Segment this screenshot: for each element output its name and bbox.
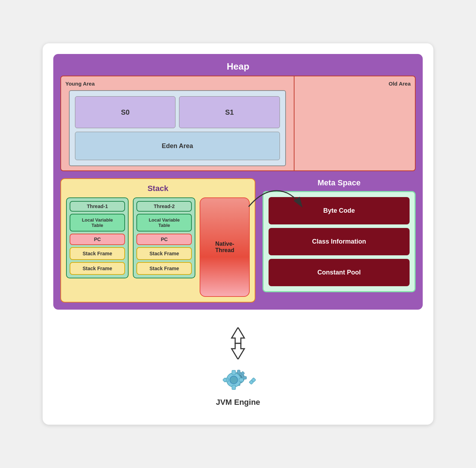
native-thread-box: Native-Thread (200, 197, 250, 297)
meta-space-title: Meta Space (263, 178, 416, 187)
meta-inner: Byte Code Class Information Constant Poo… (263, 191, 416, 292)
class-info-box: Class Information (269, 228, 410, 255)
stack-title: Stack (66, 184, 250, 193)
eden-box: Eden Area (75, 132, 280, 160)
young-inner: S0 S1 Eden Area (69, 90, 286, 166)
updown-arrow-svg (224, 327, 252, 359)
thread1-pc: PC (70, 234, 125, 245)
thread1-label: Thread-1 (70, 201, 125, 212)
young-area: Young Area S0 S1 Eden Area (61, 76, 294, 170)
outer-container: Heap Young Area S0 S1 Eden Area Old Area (43, 43, 433, 425)
constant-pool-box: Constant Pool (269, 259, 410, 286)
byte-code-box: Byte Code (269, 197, 410, 224)
svg-rect-5 (237, 370, 240, 374)
meta-space-section: Meta Space Byte Code Class Information C… (263, 178, 416, 292)
gear-icon-svg (220, 363, 256, 395)
native-thread-col: Native-Thread (200, 197, 250, 297)
svg-marker-2 (232, 343, 244, 359)
svg-marker-1 (232, 327, 244, 343)
thread2-frame1: Stack Frame (136, 247, 192, 260)
heap-title: Heap (60, 61, 416, 72)
young-area-label: Young Area (65, 81, 290, 87)
s1-box: S1 (179, 96, 280, 128)
svg-rect-13 (232, 385, 236, 390)
thread1-col: Thread-1 Local VariableTable PC Stack Fr… (66, 197, 129, 278)
heap-section: Heap Young Area S0 S1 Eden Area Old Area (60, 61, 416, 171)
stack-section: Stack Thread-1 Local VariableTable PC St… (60, 178, 255, 303)
thread2-pc: PC (136, 234, 192, 245)
thread2-col: Thread-2 Local VariableTable PC Stack Fr… (133, 197, 195, 278)
old-area-label: Old Area (389, 81, 411, 87)
thread1-lvt: Local VariableTable (70, 214, 125, 232)
engine-section: JVM Engine (53, 324, 423, 414)
svg-rect-12 (232, 370, 236, 375)
bottom-row: Stack Thread-1 Local VariableTable PC St… (60, 178, 416, 303)
svg-point-11 (230, 376, 238, 384)
svg-rect-15 (239, 378, 243, 382)
thread2-label: Thread-2 (136, 201, 192, 212)
survivors-row: S0 S1 (73, 94, 282, 130)
old-area: Old Area (294, 76, 415, 170)
thread1-frame2: Stack Frame (70, 262, 125, 275)
thread2-frame2: Stack Frame (136, 262, 192, 275)
jvm-area: Heap Young Area S0 S1 Eden Area Old Area (53, 54, 423, 310)
thread2-lvt: Local VariableTable (136, 214, 192, 232)
thread1-frame1: Stack Frame (70, 247, 125, 260)
threads-row: Thread-1 Local VariableTable PC Stack Fr… (66, 197, 250, 297)
s0-box: S0 (75, 96, 175, 128)
heap-inner: Young Area S0 S1 Eden Area Old Area (60, 76, 416, 171)
jvm-engine-label: JVM Engine (216, 398, 260, 407)
